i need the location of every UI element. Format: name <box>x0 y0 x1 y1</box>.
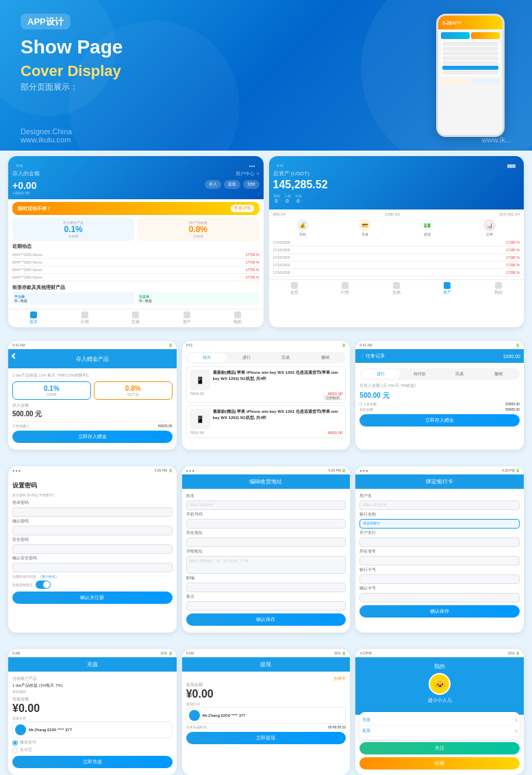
screen-address: ● ● ●4:26 PM 🔋 编辑收货地址 姓名 请输入真实姓名 手机号码 所在… <box>182 466 351 633</box>
address-save-btn[interactable]: 确认保存 <box>186 613 346 626</box>
nav-profile[interactable]: 我的 <box>212 312 264 325</box>
task-tab4[interactable]: 撤销 <box>479 370 518 379</box>
nav-assets[interactable]: 资产 <box>162 312 213 325</box>
profile-withdraw[interactable]: 提现 <box>362 726 517 737</box>
tab-cancelled[interactable]: 撤销 <box>305 353 344 362</box>
invest-btn[interactable]: 立即存入赠金 <box>12 431 173 443</box>
nav2-assets[interactable]: 资产 <box>422 282 473 296</box>
setpwd-btn[interactable]: 确认并注册 <box>12 592 173 604</box>
profile-recharge[interactable]: 充值 <box>362 715 517 726</box>
nav2-home[interactable]: 首页 <box>269 282 320 296</box>
hero-watermark1: Designer.China www.ikutu.com <box>21 127 72 144</box>
recharge-btn[interactable]: 立即充值 <box>12 756 173 768</box>
profile-follow-btn[interactable]: 关注 <box>359 742 520 754</box>
screen-setpwd: ● ● ●4:26 PM 🔋 设置密码 安全密码 (6-20位 字母数字) 登录… <box>8 466 177 633</box>
nav2-market[interactable]: 行情 <box>320 282 371 296</box>
task-tab3[interactable]: 完成 <box>440 370 479 379</box>
screen-task: 9:41 AM🔋 〈 任务记录 1000.00 进行 待付款 完成 撤销 总存入… <box>355 341 524 450</box>
screen-profile: 3:22PM32% 🔋 我的 🐱 超小小人儿 充值 提现 关注 收藏 <box>355 649 524 775</box>
tab-pending[interactable]: 待办 <box>188 353 227 362</box>
tab-processing[interactable]: 进行 <box>227 353 266 362</box>
hero-banner: APP设计 Show Page Cover Display 部分页面展示： De… <box>0 0 532 151</box>
bank-save-btn[interactable]: 确认保存 <box>359 605 520 618</box>
task-tab1[interactable]: 进行 <box>361 370 400 379</box>
nav2-trade[interactable]: 交易 <box>371 282 422 296</box>
screens-row-1: 9:41●●● 存入的金额 用户中心 > +0.00 +0000.50 存入 提… <box>0 151 532 333</box>
nav2-profile[interactable]: 我的 <box>473 282 524 296</box>
tab-done[interactable]: 完成 <box>266 353 305 362</box>
screen-bankcard: ● ● ●4:26 PM 🔋 绑定银行卡 用户名 请输入真实姓名 银行名称 请选… <box>355 466 524 633</box>
task-tab2[interactable]: 待付款 <box>401 370 440 379</box>
screen-orders: 9:41🔋 待办 进行 完成 撤销 📱 最新款(赠品) 苹果 iPhone si… <box>182 341 351 450</box>
nav-trade[interactable]: 交易 <box>110 312 162 325</box>
assets-nav: 首页 行情 交易 资产 我的 <box>269 279 524 298</box>
home-nav: 首页 行情 交易 资产 我的 <box>8 309 264 327</box>
screen-withdraw: 9 AM32% 🔋 提现 去绑卡 提现金额 ¥0.00 提现方式 Mr.Zhan… <box>182 649 351 775</box>
screen-invest: 9:41 AM🔋 存入赠金产品 1 dai产品收益 (1% 每天 7%到15%的… <box>8 341 177 450</box>
withdraw-btn[interactable]: 立即提现 <box>186 732 346 744</box>
profile-collect-btn[interactable]: 收藏 <box>359 757 520 770</box>
nav-market[interactable]: 行情 <box>60 312 111 325</box>
screens-row-3: ● ● ●4:26 PM 🔋 设置密码 安全密码 (6-20位 字母数字) 登录… <box>0 458 532 641</box>
screen-recharge: 9 AM32% 🔋 充值 当前账户产品 1 dai产品收益 (1%每天 7%) … <box>8 649 177 775</box>
nav-home[interactable]: 首页 <box>8 312 60 325</box>
home-balance: +0.00 <box>12 180 36 191</box>
hero-phone-mockup: 5-28 APP <box>395 7 505 144</box>
assets-amount: 145,285.52 <box>273 179 520 191</box>
screens-row-2: 9:41 AM🔋 存入赠金产品 1 dai产品收益 (1% 每天 7%到15%的… <box>0 333 532 458</box>
screen-home: 9:41●●● 存入的金额 用户中心 > +0.00 +0000.50 存入 提… <box>8 156 264 327</box>
task-btn[interactable]: 立即存入赠金 <box>359 414 520 427</box>
screens-row-4: 9 AM32% 🔋 充值 当前账户产品 1 dai产品收益 (1%每天 7%) … <box>0 641 532 775</box>
screen-assets: 9:41▇▇▇ 总资产 (USDT) 145,285.52 存款 0 入金 0 … <box>269 156 524 327</box>
order-tabs: 待办 进行 完成 撤销 <box>186 352 346 364</box>
